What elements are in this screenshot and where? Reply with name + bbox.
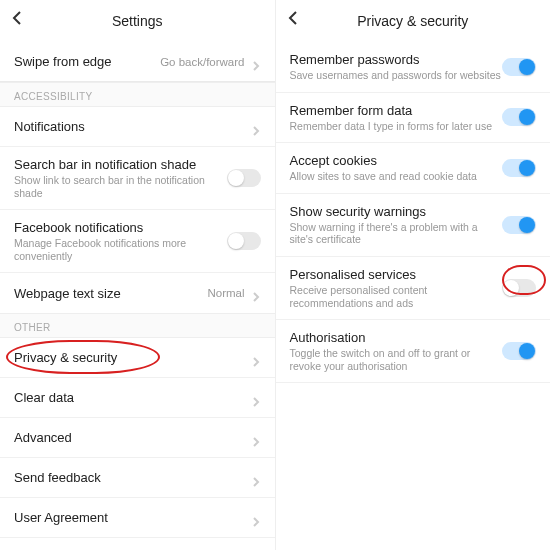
row-label: Search bar in notification shade — [14, 157, 227, 172]
toggle-knob — [519, 217, 535, 233]
row-sub: Manage Facebook notifications more conve… — [14, 237, 227, 262]
privacy-header: Privacy & security — [276, 0, 551, 42]
row-facebook-notifications[interactable]: Facebook notifications Manage Facebook n… — [0, 210, 275, 273]
toggle-personalised[interactable] — [502, 279, 536, 297]
row-swipe-from-edge[interactable]: Swipe from edge Go back/forward — [0, 42, 275, 82]
toggle-knob — [519, 59, 535, 75]
row-clear-data[interactable]: Clear data — [0, 378, 275, 418]
toggle-knob — [228, 233, 244, 249]
toggle-knob — [519, 160, 535, 176]
toggle-remember-form[interactable] — [502, 108, 536, 126]
toggle-knob — [519, 343, 535, 359]
row-notifications[interactable]: Notifications — [0, 107, 275, 147]
row-privacy-policy[interactable]: Privacy Policy — [0, 538, 275, 550]
row-remember-form-data[interactable]: Remember form data Remember data I type … — [276, 93, 551, 144]
row-security-warnings[interactable]: Show security warnings Show warning if t… — [276, 194, 551, 257]
chevron-right-icon — [251, 433, 261, 443]
chevron-right-icon — [251, 122, 261, 132]
privacy-pane: Privacy & security Remember passwords Sa… — [276, 0, 551, 550]
section-other: OTHER — [0, 313, 275, 338]
row-label: Remember passwords — [290, 52, 503, 67]
row-sub: Remember data I type in forms for later … — [290, 120, 503, 133]
back-button[interactable] — [10, 10, 30, 30]
row-label: Authorisation — [290, 330, 503, 345]
privacy-title: Privacy & security — [357, 13, 468, 29]
privacy-list: Remember passwords Save usernames and pa… — [276, 42, 551, 383]
row-label: Clear data — [14, 390, 251, 405]
toggle-knob — [519, 109, 535, 125]
toggle-cookies[interactable] — [502, 159, 536, 177]
row-sub: Allow sites to save and read cookie data — [290, 170, 503, 183]
row-remember-passwords[interactable]: Remember passwords Save usernames and pa… — [276, 42, 551, 93]
row-advanced[interactable]: Advanced — [0, 418, 275, 458]
toggle-warnings[interactable] — [502, 216, 536, 234]
row-privacy-security[interactable]: Privacy & security — [0, 338, 275, 378]
toggle-knob — [228, 170, 244, 186]
row-label: Remember form data — [290, 103, 503, 118]
row-label: Facebook notifications — [14, 220, 227, 235]
row-label: Swipe from edge — [14, 54, 160, 69]
chevron-right-icon — [251, 288, 261, 298]
row-authorisation[interactable]: Authorisation Toggle the switch on and o… — [276, 320, 551, 383]
chevron-right-icon — [251, 57, 261, 67]
toggle-facebook[interactable] — [227, 232, 261, 250]
row-webpage-text-size[interactable]: Webpage text size Normal — [0, 273, 275, 313]
row-sub: Show link to search bar in the notificat… — [14, 174, 227, 199]
row-label: Show security warnings — [290, 204, 503, 219]
toggle-authorisation[interactable] — [502, 342, 536, 360]
settings-title: Settings — [112, 13, 163, 29]
row-label: Privacy & security — [14, 350, 251, 365]
row-label: Accept cookies — [290, 153, 503, 168]
chevron-left-icon — [10, 10, 26, 26]
chevron-right-icon — [251, 353, 261, 363]
back-button[interactable] — [286, 10, 306, 30]
row-sub: Toggle the switch on and off to grant or… — [290, 347, 503, 372]
row-value: Normal — [207, 287, 244, 299]
row-label: Notifications — [14, 119, 251, 134]
chevron-right-icon — [251, 473, 261, 483]
chevron-right-icon — [251, 393, 261, 403]
row-sub: Save usernames and passwords for website… — [290, 69, 503, 82]
row-sub: Show warning if there's a problem with a… — [290, 221, 503, 246]
row-personalised-services[interactable]: Personalised services Receive personalis… — [276, 257, 551, 320]
row-send-feedback[interactable]: Send feedback — [0, 458, 275, 498]
row-label: Advanced — [14, 430, 251, 445]
row-sub: Receive personalised content recommendat… — [290, 284, 503, 309]
settings-pane: Settings Swipe from edge Go back/forward… — [0, 0, 276, 550]
settings-list: Swipe from edge Go back/forward ACCESSIB… — [0, 42, 275, 550]
row-label: User Agreement — [14, 510, 251, 525]
chevron-right-icon — [251, 513, 261, 523]
row-label: Webpage text size — [14, 286, 207, 301]
settings-header: Settings — [0, 0, 275, 42]
row-value: Go back/forward — [160, 56, 244, 68]
chevron-left-icon — [286, 10, 302, 26]
row-user-agreement[interactable]: User Agreement — [0, 498, 275, 538]
row-search-bar-shade[interactable]: Search bar in notification shade Show li… — [0, 147, 275, 210]
row-accept-cookies[interactable]: Accept cookies Allow sites to save and r… — [276, 143, 551, 194]
toggle-knob — [503, 280, 519, 296]
row-label: Send feedback — [14, 470, 251, 485]
toggle-searchbar[interactable] — [227, 169, 261, 187]
toggle-remember-passwords[interactable] — [502, 58, 536, 76]
section-accessibility: ACCESSIBILITY — [0, 82, 275, 107]
row-label: Personalised services — [290, 267, 503, 282]
